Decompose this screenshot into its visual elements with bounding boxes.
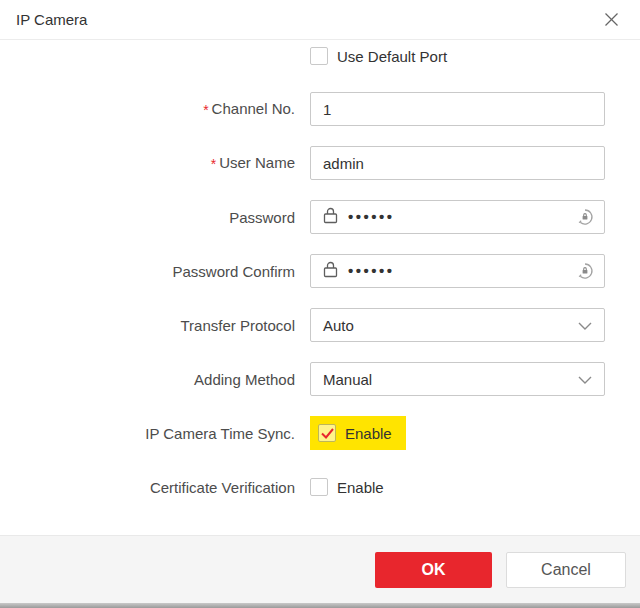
row-password-confirm: Password Confirm •••••• <box>0 254 640 288</box>
user-name-label: *User Name <box>0 154 295 172</box>
password-generator-icon[interactable] <box>576 208 594 226</box>
certificate-verification-checkbox[interactable] <box>310 478 328 496</box>
time-sync-enable-checkbox[interactable] <box>318 424 336 442</box>
chevron-down-icon <box>578 370 592 388</box>
row-ip-camera-time-sync: IP Camera Time Sync. Enable <box>0 416 640 450</box>
dialog-title: IP Camera <box>16 11 87 28</box>
ip-camera-dialog: IP Camera Use Default Port *Channel No. <box>0 0 640 608</box>
user-name-input[interactable] <box>310 146 605 180</box>
row-password: Password •••••• <box>0 200 640 234</box>
transfer-protocol-value: Auto <box>323 317 354 334</box>
certificate-verification-label: Certificate Verification <box>0 479 295 496</box>
password-confirm-input[interactable]: •••••• <box>310 254 605 288</box>
password-masked-value: •••••• <box>348 209 395 224</box>
row-certificate-verification: Certificate Verification Enable <box>0 470 640 504</box>
lock-icon <box>323 207 338 228</box>
form-body: Use Default Port *Channel No. *User Name… <box>0 40 640 504</box>
use-default-port-label: Use Default Port <box>337 48 447 65</box>
row-user-name: *User Name <box>0 146 640 180</box>
required-marker: * <box>203 102 208 118</box>
ip-camera-time-sync-label: IP Camera Time Sync. <box>0 425 295 442</box>
row-channel-no: *Channel No. <box>0 92 640 126</box>
close-button[interactable] <box>600 9 622 31</box>
cancel-button[interactable]: Cancel <box>506 552 626 588</box>
transfer-protocol-label: Transfer Protocol <box>0 317 295 334</box>
channel-no-label: *Channel No. <box>0 100 295 118</box>
adding-method-select[interactable]: Manual <box>310 362 605 396</box>
dialog-titlebar: IP Camera <box>0 0 640 40</box>
required-marker: * <box>211 156 216 172</box>
use-default-port-checkbox[interactable] <box>310 47 328 65</box>
password-label: Password <box>0 209 295 226</box>
password-input[interactable]: •••••• <box>310 200 605 234</box>
password-generator-icon[interactable] <box>576 262 594 280</box>
adding-method-label: Adding Method <box>0 371 295 388</box>
channel-no-input[interactable] <box>310 92 605 126</box>
certificate-verification-enable-label: Enable <box>337 479 384 496</box>
row-transfer-protocol: Transfer Protocol Auto <box>0 308 640 342</box>
row-use-default-port: Use Default Port <box>0 46 640 66</box>
close-icon <box>604 12 619 27</box>
time-sync-highlight: Enable <box>310 416 406 450</box>
time-sync-enable-label: Enable <box>345 425 392 442</box>
password-confirm-label: Password Confirm <box>0 263 295 280</box>
password-confirm-masked-value: •••••• <box>348 263 395 278</box>
adding-method-value: Manual <box>323 371 372 388</box>
transfer-protocol-select[interactable]: Auto <box>310 308 605 342</box>
lock-icon <box>323 261 338 282</box>
dialog-footer: OK Cancel <box>0 535 640 603</box>
ok-button[interactable]: OK <box>375 552 492 588</box>
dialog-bottom-edge <box>0 603 640 608</box>
chevron-down-icon <box>578 316 592 334</box>
row-adding-method: Adding Method Manual <box>0 362 640 396</box>
